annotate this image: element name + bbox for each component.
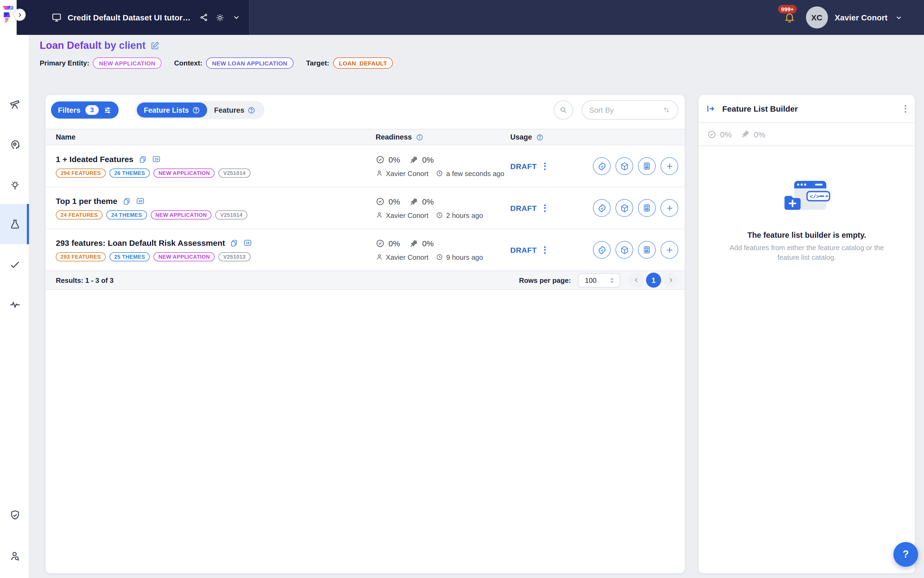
compute-action-button[interactable] — [638, 199, 656, 217]
id-icon[interactable]: ID — [136, 196, 145, 206]
copy-icon[interactable] — [230, 239, 238, 247]
info-icon[interactable] — [416, 133, 423, 141]
tab-feature-lists[interactable]: Feature Lists — [137, 102, 207, 117]
sidebar-item-governance[interactable] — [0, 505, 29, 526]
copy-icon[interactable] — [138, 155, 147, 163]
sidebar — [0, 35, 29, 578]
rocket-slash-icon — [409, 155, 418, 164]
gear-icon[interactable] — [215, 13, 225, 22]
sidebar-item-ideate[interactable] — [0, 134, 29, 156]
id-icon[interactable]: ID — [243, 238, 253, 247]
package-action-button[interactable] — [616, 241, 633, 259]
cube-icon — [619, 245, 629, 255]
copy-icon[interactable] — [122, 197, 131, 205]
person-icon — [376, 211, 383, 219]
sidebar-expand-button[interactable] — [13, 8, 26, 21]
feature-list-name[interactable]: Top 1 per theme — [56, 196, 118, 206]
toolbar: Filters 3 Feature Lists Features — [45, 101, 685, 120]
previous-page-button[interactable] — [629, 273, 644, 287]
page-head: Loan Default by client Primary Entity: N… — [40, 40, 406, 69]
feature-list-builder-panel: Feature List Builder 0% 0% </> The fea — [699, 95, 915, 573]
target-label: Target: — [306, 59, 329, 67]
topbar-right: 999+ XC Xavier Conort — [784, 0, 903, 35]
chevron-down-icon[interactable] — [232, 13, 240, 21]
sidebar-item-monitoring[interactable] — [0, 294, 29, 315]
svg-text:ID: ID — [154, 158, 158, 162]
share-icon[interactable] — [199, 13, 209, 22]
compute-action-button[interactable] — [638, 241, 656, 259]
entity-chip: NEW APPLICATION — [154, 252, 215, 261]
tab-features[interactable]: Features — [207, 102, 263, 117]
next-page-button[interactable] — [663, 273, 678, 287]
chevron-left-icon — [633, 277, 640, 283]
builder-menu-button[interactable] — [904, 104, 907, 114]
context-label: Context: — [174, 59, 202, 67]
notifications-button[interactable]: 999+ — [784, 12, 795, 23]
add-to-builder-button[interactable] — [661, 199, 678, 217]
target-group: Target: LOAN_DEFAULT — [306, 57, 393, 69]
question-icon[interactable] — [536, 133, 543, 141]
builder-header: Feature List Builder — [699, 95, 915, 123]
clock-icon — [436, 253, 444, 261]
sidebar-item-approvals[interactable] — [0, 254, 29, 275]
flask-icon — [9, 218, 21, 230]
rows-per-page-value: 100 — [585, 276, 597, 284]
readiness-action-button[interactable] — [593, 157, 611, 175]
compute-action-button[interactable] — [638, 157, 656, 175]
project-selector[interactable]: Credit Default Dataset UI tutorial — [17, 0, 250, 35]
sort-by-input[interactable] — [589, 106, 662, 114]
page-number-button[interactable]: 1 — [646, 273, 661, 287]
row-menu-button[interactable] — [543, 161, 547, 171]
rocket-slash-icon — [409, 239, 418, 248]
clock-icon — [436, 211, 444, 219]
readiness-action-button[interactable] — [593, 241, 611, 259]
lightbulb-icon — [9, 179, 21, 191]
package-action-button[interactable] — [616, 157, 633, 175]
featurebyte-logo — [3, 6, 13, 24]
readiness-action-button[interactable] — [593, 199, 611, 217]
project-title: Credit Default Dataset UI tutorial — [68, 13, 191, 22]
sidebar-item-explore[interactable] — [0, 94, 29, 115]
primary-entity-chip[interactable]: NEW APPLICATION — [93, 57, 161, 69]
updated-time: a few seconds ago — [446, 169, 504, 177]
row-menu-button[interactable] — [543, 245, 547, 255]
rows-per-page-select[interactable]: 100 — [578, 273, 620, 287]
column-usage: Usage — [510, 133, 685, 141]
builder-deployed-percent: 0% — [754, 130, 765, 139]
row-menu-button[interactable] — [543, 203, 547, 213]
feature-list-name[interactable]: 1 + Ideated Features — [56, 154, 133, 164]
updated-time: 2 hours ago — [446, 211, 483, 219]
themes-count-chip: 26 THEMES — [109, 169, 150, 178]
add-to-builder-button[interactable] — [661, 157, 678, 175]
chevron-down-icon[interactable] — [895, 14, 903, 21]
filters-label: Filters — [58, 106, 81, 114]
context-group: Context: NEW LOAN APPLICATION — [174, 57, 293, 69]
avatar[interactable]: XC — [806, 6, 828, 28]
feature-list-name[interactable]: 293 features: Loan Default Risk Assessme… — [56, 238, 225, 247]
sort-by-field[interactable] — [582, 101, 678, 120]
sidebar-item-ideas[interactable] — [0, 174, 29, 196]
help-button[interactable]: ? — [893, 542, 918, 567]
table-row[interactable]: Top 1 per theme ID 24 FEATURES 24 THEMES… — [45, 187, 685, 229]
add-to-builder-button[interactable] — [661, 241, 678, 259]
sidebar-item-feature-lists-active[interactable] — [0, 214, 29, 235]
package-action-button[interactable] — [616, 199, 633, 217]
question-icon — [192, 106, 200, 114]
plus-icon — [665, 203, 674, 213]
table-row[interactable]: 293 features: Loan Default Risk Assessme… — [45, 229, 685, 271]
filters-button[interactable]: Filters 3 — [51, 101, 118, 119]
table-row[interactable]: 1 + Ideated Features ID 294 FEATURES 26 … — [45, 145, 685, 187]
search-button[interactable] — [554, 101, 573, 120]
table-header: Name Readiness Usage — [45, 129, 685, 145]
person-icon — [376, 170, 383, 177]
stepper-icon — [608, 277, 616, 284]
calculator-icon — [642, 245, 652, 254]
id-icon[interactable]: ID — [152, 154, 161, 164]
builder-readiness-percent: 0% — [720, 130, 732, 139]
edit-icon[interactable] — [151, 41, 160, 50]
monitor-icon — [52, 12, 62, 23]
target-chip[interactable]: LOAN_DEFAULT — [333, 57, 393, 69]
context-chip[interactable]: NEW LOAN APPLICATION — [206, 57, 293, 69]
sidebar-item-user-search[interactable] — [0, 546, 29, 567]
owner-name: Xavier Conort — [386, 253, 428, 261]
